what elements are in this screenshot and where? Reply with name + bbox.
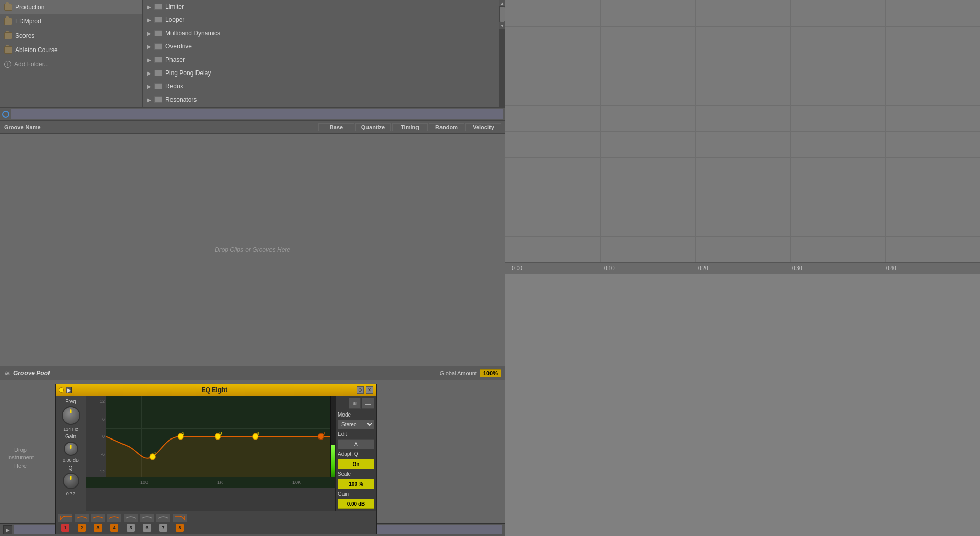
- filter-num-7[interactable]: 7: [159, 524, 167, 532]
- eq-top-buttons: ≋ ▬: [338, 398, 374, 409]
- db-label-n12: -12: [87, 469, 105, 474]
- eq-graph-canvas[interactable]: 1 2 3 4: [106, 396, 330, 477]
- db-label-12: 12: [87, 399, 105, 404]
- eq-filter-shape-btn-2[interactable]: [74, 514, 89, 523]
- folder-icon: [4, 18, 12, 25]
- left-panel: Production EDMprod Scores Ableton Course…: [0, 0, 505, 536]
- eq-bars-button[interactable]: ▬: [362, 398, 374, 409]
- mode-label: Mode: [338, 412, 374, 418]
- folder-item-production[interactable]: Production: [0, 0, 142, 14]
- eq-close-button[interactable]: ✕: [366, 386, 373, 394]
- eq-filter-shape-btn-8[interactable]: [172, 514, 187, 523]
- eq-settings-button[interactable]: ⊙: [357, 386, 364, 394]
- groove-pool-label-area: ≋ Groove Pool: [4, 369, 50, 377]
- scroll-up-arrow[interactable]: ▲: [499, 0, 505, 6]
- folder-item-ableton[interactable]: Ableton Course: [0, 43, 142, 57]
- eq-eight-window: ▶ EQ Eight ⊙ ✕ Freq 114 Hz Gain: [55, 384, 377, 534]
- plugin-label: Redux: [165, 83, 183, 90]
- arrangement-grid[interactable]: [505, 0, 980, 262]
- plugin-item-looper[interactable]: ▶ Looper: [143, 13, 499, 27]
- folder-label: Scores: [15, 32, 34, 39]
- right-panel: -0:00 0:10 0:20 0:30 0:40: [505, 0, 980, 536]
- svg-text:4: 4: [257, 431, 259, 436]
- freq-knob[interactable]: [62, 406, 80, 425]
- folder-icon: [4, 46, 12, 54]
- svg-text:8: 8: [322, 431, 325, 436]
- groove-velocity-col[interactable]: Velocity: [465, 123, 501, 131]
- groove-pool-title: Groove Pool: [13, 370, 50, 377]
- filter-num-3[interactable]: 3: [94, 524, 102, 532]
- groove-drop-area[interactable]: Drop Clips or Grooves Here: [0, 134, 505, 366]
- filter-num-1[interactable]: 1: [61, 524, 69, 532]
- plugin-item-multiband[interactable]: ▶ Multiband Dynamics: [143, 27, 499, 40]
- folder-list: Production EDMprod Scores Ableton Course…: [0, 0, 143, 107]
- edit-a-button[interactable]: A: [338, 439, 374, 449]
- eq-filter-shape-btn-6[interactable]: [139, 514, 155, 523]
- plugin-item-phaser[interactable]: ▶ Phaser: [143, 53, 499, 66]
- groove-random-col[interactable]: Random: [429, 123, 464, 131]
- plugin-item-limiter[interactable]: ▶ Limiter: [143, 0, 499, 13]
- plugin-folder-icon: [154, 17, 162, 23]
- global-amount-area: Global Amount 100%: [440, 369, 501, 377]
- gain-right-value[interactable]: 0.00 dB: [338, 499, 374, 509]
- groove-header: Groove Name Base Quantize Timing Random …: [0, 120, 505, 134]
- expand-arrow-icon: ▶: [147, 44, 152, 49]
- plugin-item-overdrive[interactable]: ▶ Overdrive: [143, 40, 499, 53]
- eq-filter-group-4: 4: [107, 514, 122, 532]
- gain-label: Gain: [65, 434, 76, 440]
- eq-curve-svg: 1 2 3 4: [106, 396, 330, 477]
- transport-play-button[interactable]: ▶: [3, 525, 12, 534]
- search-bar: [0, 107, 505, 120]
- groove-base-col[interactable]: Base: [318, 123, 354, 131]
- scroll-down-arrow[interactable]: ▼: [499, 22, 505, 29]
- time-marker-20: 0:20: [698, 265, 792, 271]
- eq-spectrum-button[interactable]: ≋: [349, 398, 361, 409]
- plugin-item-redux[interactable]: ▶ Redux: [143, 80, 499, 93]
- filter-num-4[interactable]: 4: [110, 524, 118, 532]
- gain-knob[interactable]: [64, 442, 78, 456]
- groove-pool-section: Groove Name Base Quantize Timing Random …: [0, 120, 505, 380]
- eq-filter-group-3: 3: [90, 514, 106, 532]
- eq-title-text: EQ Eight: [74, 386, 355, 394]
- add-folder-item[interactable]: + Add Folder...: [0, 57, 142, 71]
- expand-arrow-icon: ▶: [147, 97, 152, 102]
- folder-label: Production: [15, 4, 44, 11]
- scale-value[interactable]: 100 %: [338, 479, 374, 489]
- groove-footer: ≋ Groove Pool Global Amount 100%: [0, 366, 505, 380]
- filter-num-6[interactable]: 6: [143, 524, 151, 532]
- eq-power-dot[interactable]: [59, 387, 64, 393]
- eq-meter-fill: [331, 445, 335, 477]
- scrollbar-thumb[interactable]: [500, 7, 505, 22]
- groove-quantize-col[interactable]: Quantize: [355, 123, 391, 131]
- mode-select[interactable]: Stereo L/R M/S: [338, 420, 374, 429]
- eq-filter-shape-btn-3[interactable]: [90, 514, 106, 523]
- eq-filter-shape-btn-7[interactable]: [156, 514, 171, 523]
- freq-label-1k: 1K: [217, 480, 223, 485]
- search-input[interactable]: [11, 109, 503, 119]
- filter-num-2[interactable]: 2: [78, 524, 86, 532]
- groove-timing-col[interactable]: Timing: [392, 123, 428, 131]
- eq-play-button[interactable]: ▶: [66, 387, 72, 393]
- browser-area: Production EDMprod Scores Ableton Course…: [0, 0, 505, 107]
- folder-item-scores[interactable]: Scores: [0, 29, 142, 43]
- q-label: Q: [69, 465, 73, 471]
- filter-num-5[interactable]: 5: [127, 524, 135, 532]
- browser-scrollbar[interactable]: ▲ ▼: [499, 0, 505, 107]
- adapt-q-on-button[interactable]: On: [338, 459, 374, 469]
- arrangement-lower: [505, 274, 980, 536]
- global-amount-value[interactable]: 100%: [480, 369, 501, 377]
- plugin-label: Resonators: [165, 96, 197, 103]
- plugin-item-pingpong[interactable]: ▶ Ping Pong Delay: [143, 66, 499, 80]
- eq-filter-shape-btn-5[interactable]: [123, 514, 138, 523]
- eq-filter-shape-btn-4[interactable]: [107, 514, 122, 523]
- plugin-folder-icon: [154, 83, 162, 89]
- filter-num-8[interactable]: 8: [176, 524, 184, 532]
- plugin-label: Ping Pong Delay: [165, 69, 211, 77]
- gain-right-label: Gain: [338, 491, 374, 497]
- groove-name-col: Groove Name: [4, 124, 317, 130]
- plugin-item-resonators[interactable]: ▶ Resonators: [143, 93, 499, 106]
- folder-item-edmprod[interactable]: EDMprod: [0, 14, 142, 29]
- q-knob[interactable]: [63, 473, 79, 489]
- eq-right-controls: ≋ ▬ Mode Stereo L/R M/S Edit A Adapt. Q …: [335, 396, 376, 511]
- eq-filter-shape-btn-1[interactable]: [58, 514, 73, 523]
